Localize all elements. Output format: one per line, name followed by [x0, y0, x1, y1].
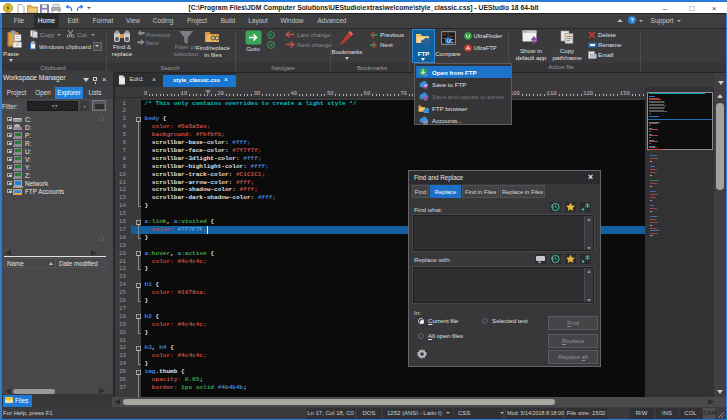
svg-text:UC: UC	[447, 37, 455, 43]
